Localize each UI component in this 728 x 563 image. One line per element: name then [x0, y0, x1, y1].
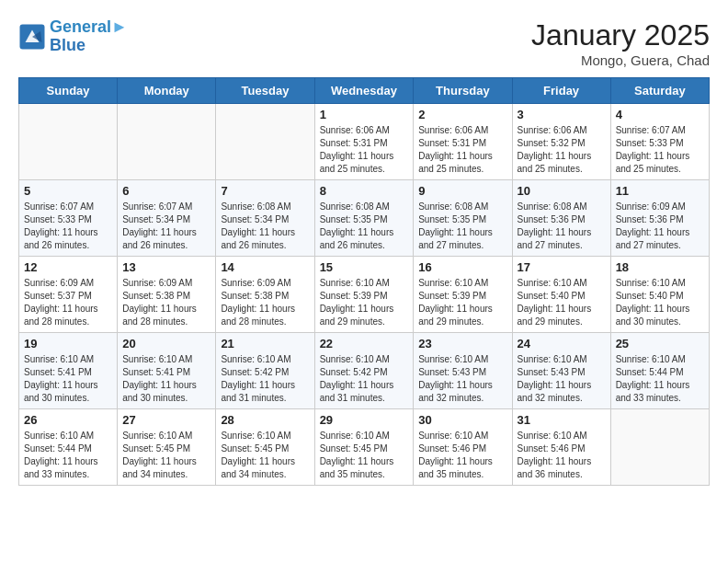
day-number: 18 — [616, 260, 704, 274]
day-info: Sunrise: 6:10 AM Sunset: 5:45 PM Dayligh… — [221, 430, 309, 481]
day-info: Sunrise: 6:10 AM Sunset: 5:44 PM Dayligh… — [24, 430, 112, 481]
day-number: 2 — [418, 108, 506, 121]
location: Mongo, Guera, Chad — [531, 52, 710, 68]
month-title: January 2025 — [531, 18, 710, 52]
day-info: Sunrise: 6:06 AM Sunset: 5:31 PM Dayligh… — [320, 124, 409, 176]
day-info: Sunrise: 6:10 AM Sunset: 5:41 PM Dayligh… — [122, 353, 210, 405]
calendar-cell: 7Sunrise: 6:08 AM Sunset: 5:34 PM Daylig… — [216, 180, 314, 257]
day-info: Sunrise: 6:10 AM Sunset: 5:46 PM Dayligh… — [418, 430, 506, 481]
day-info: Sunrise: 6:10 AM Sunset: 5:42 PM Dayligh… — [221, 353, 309, 405]
day-info: Sunrise: 6:07 AM Sunset: 5:33 PM Dayligh… — [616, 124, 704, 176]
calendar-week-3: 12Sunrise: 6:09 AM Sunset: 5:37 PM Dayli… — [19, 257, 710, 333]
day-number: 13 — [122, 260, 210, 274]
calendar-cell: 20Sunrise: 6:10 AM Sunset: 5:41 PM Dayli… — [118, 333, 216, 409]
calendar-cell: 18Sunrise: 6:10 AM Sunset: 5:40 PM Dayli… — [610, 257, 709, 333]
day-number: 19 — [24, 337, 112, 350]
day-info: Sunrise: 6:10 AM Sunset: 5:45 PM Dayligh… — [320, 430, 409, 481]
calendar-cell: 13Sunrise: 6:09 AM Sunset: 5:38 PM Dayli… — [118, 257, 216, 333]
day-info: Sunrise: 6:10 AM Sunset: 5:40 PM Dayligh… — [616, 277, 704, 328]
calendar-cell: 19Sunrise: 6:10 AM Sunset: 5:41 PM Dayli… — [19, 333, 118, 409]
calendar-cell: 27Sunrise: 6:10 AM Sunset: 5:45 PM Dayli… — [118, 409, 216, 486]
calendar-cell: 23Sunrise: 6:10 AM Sunset: 5:43 PM Dayli… — [414, 333, 512, 409]
calendar-cell: 29Sunrise: 6:10 AM Sunset: 5:45 PM Dayli… — [314, 409, 414, 486]
logo: General► Blue — [18, 18, 128, 55]
calendar-cell: 11Sunrise: 6:09 AM Sunset: 5:36 PM Dayli… — [610, 180, 709, 257]
day-info: Sunrise: 6:10 AM Sunset: 5:45 PM Dayligh… — [122, 430, 210, 481]
calendar-cell: 2Sunrise: 6:06 AM Sunset: 5:31 PM Daylig… — [414, 104, 512, 180]
day-number: 26 — [24, 413, 112, 427]
weekday-header-monday: Monday — [118, 78, 216, 104]
calendar-table: SundayMondayTuesdayWednesdayThursdayFrid… — [18, 77, 710, 486]
day-number: 25 — [616, 337, 704, 350]
calendar-cell: 8Sunrise: 6:08 AM Sunset: 5:35 PM Daylig… — [314, 180, 414, 257]
calendar-cell: 12Sunrise: 6:09 AM Sunset: 5:37 PM Dayli… — [19, 257, 118, 333]
calendar-cell: 21Sunrise: 6:10 AM Sunset: 5:42 PM Dayli… — [216, 333, 314, 409]
weekday-header-friday: Friday — [512, 78, 610, 104]
day-number: 10 — [518, 184, 606, 198]
day-info: Sunrise: 6:10 AM Sunset: 5:44 PM Dayligh… — [616, 353, 704, 405]
logo-line2: Blue — [50, 37, 128, 55]
day-number: 21 — [221, 337, 309, 350]
logo-icon — [18, 23, 46, 51]
day-number: 1 — [320, 108, 409, 121]
day-number: 9 — [418, 184, 506, 198]
day-number: 22 — [320, 337, 409, 350]
day-number: 30 — [418, 413, 506, 427]
calendar-week-4: 19Sunrise: 6:10 AM Sunset: 5:41 PM Dayli… — [19, 333, 710, 409]
day-number: 27 — [122, 413, 210, 427]
calendar-cell: 4Sunrise: 6:07 AM Sunset: 5:33 PM Daylig… — [610, 104, 709, 180]
weekday-header-tuesday: Tuesday — [216, 78, 314, 104]
day-info: Sunrise: 6:10 AM Sunset: 5:42 PM Dayligh… — [320, 353, 409, 405]
calendar-cell: 28Sunrise: 6:10 AM Sunset: 5:45 PM Dayli… — [216, 409, 314, 486]
day-number: 5 — [24, 184, 112, 198]
day-info: Sunrise: 6:10 AM Sunset: 5:43 PM Dayligh… — [418, 353, 506, 405]
day-info: Sunrise: 6:08 AM Sunset: 5:34 PM Dayligh… — [221, 201, 309, 252]
calendar-cell — [19, 104, 118, 180]
day-info: Sunrise: 6:10 AM Sunset: 5:40 PM Dayligh… — [518, 277, 606, 328]
weekday-header-thursday: Thursday — [414, 78, 512, 104]
calendar-cell: 17Sunrise: 6:10 AM Sunset: 5:40 PM Dayli… — [512, 257, 610, 333]
calendar-cell: 26Sunrise: 6:10 AM Sunset: 5:44 PM Dayli… — [19, 409, 118, 486]
calendar-cell — [118, 104, 216, 180]
calendar-week-5: 26Sunrise: 6:10 AM Sunset: 5:44 PM Dayli… — [19, 409, 710, 486]
day-info: Sunrise: 6:09 AM Sunset: 5:37 PM Dayligh… — [24, 277, 112, 328]
day-info: Sunrise: 6:07 AM Sunset: 5:34 PM Dayligh… — [122, 201, 210, 252]
day-info: Sunrise: 6:10 AM Sunset: 5:39 PM Dayligh… — [418, 277, 506, 328]
calendar-cell: 1Sunrise: 6:06 AM Sunset: 5:31 PM Daylig… — [314, 104, 414, 180]
day-number: 3 — [518, 108, 606, 121]
day-info: Sunrise: 6:08 AM Sunset: 5:35 PM Dayligh… — [418, 201, 506, 252]
day-info: Sunrise: 6:09 AM Sunset: 5:38 PM Dayligh… — [122, 277, 210, 328]
day-info: Sunrise: 6:10 AM Sunset: 5:39 PM Dayligh… — [320, 277, 409, 328]
weekday-header-row: SundayMondayTuesdayWednesdayThursdayFrid… — [19, 78, 710, 104]
calendar-cell: 24Sunrise: 6:10 AM Sunset: 5:43 PM Dayli… — [512, 333, 610, 409]
calendar-cell: 6Sunrise: 6:07 AM Sunset: 5:34 PM Daylig… — [118, 180, 216, 257]
weekday-header-wednesday: Wednesday — [314, 78, 414, 104]
day-info: Sunrise: 6:08 AM Sunset: 5:36 PM Dayligh… — [518, 201, 606, 252]
day-number: 23 — [418, 337, 506, 350]
day-number: 24 — [518, 337, 606, 350]
day-info: Sunrise: 6:09 AM Sunset: 5:38 PM Dayligh… — [221, 277, 309, 328]
day-info: Sunrise: 6:09 AM Sunset: 5:36 PM Dayligh… — [616, 201, 704, 252]
calendar-cell: 25Sunrise: 6:10 AM Sunset: 5:44 PM Dayli… — [610, 333, 709, 409]
day-number: 20 — [122, 337, 210, 350]
day-number: 15 — [320, 260, 409, 274]
page-header: General► Blue January 2025 Mongo, Guera,… — [18, 18, 710, 68]
weekday-header-saturday: Saturday — [610, 78, 709, 104]
logo-line1: General — [50, 17, 111, 36]
day-info: Sunrise: 6:08 AM Sunset: 5:35 PM Dayligh… — [320, 201, 409, 252]
day-number: 12 — [24, 260, 112, 274]
day-info: Sunrise: 6:06 AM Sunset: 5:32 PM Dayligh… — [518, 124, 606, 176]
calendar-cell: 3Sunrise: 6:06 AM Sunset: 5:32 PM Daylig… — [512, 104, 610, 180]
logo-icon-arrow: ► — [111, 17, 128, 36]
day-info: Sunrise: 6:06 AM Sunset: 5:31 PM Dayligh… — [418, 124, 506, 176]
day-info: Sunrise: 6:07 AM Sunset: 5:33 PM Dayligh… — [24, 201, 112, 252]
day-info: Sunrise: 6:10 AM Sunset: 5:43 PM Dayligh… — [518, 353, 606, 405]
day-number: 6 — [122, 184, 210, 198]
title-area: January 2025 Mongo, Guera, Chad — [531, 18, 710, 68]
day-number: 4 — [616, 108, 704, 121]
calendar-week-1: 1Sunrise: 6:06 AM Sunset: 5:31 PM Daylig… — [19, 104, 710, 180]
calendar-cell — [216, 104, 314, 180]
logo-text: General► Blue — [50, 18, 128, 55]
day-number: 8 — [320, 184, 409, 198]
day-info: Sunrise: 6:10 AM Sunset: 5:41 PM Dayligh… — [24, 353, 112, 405]
